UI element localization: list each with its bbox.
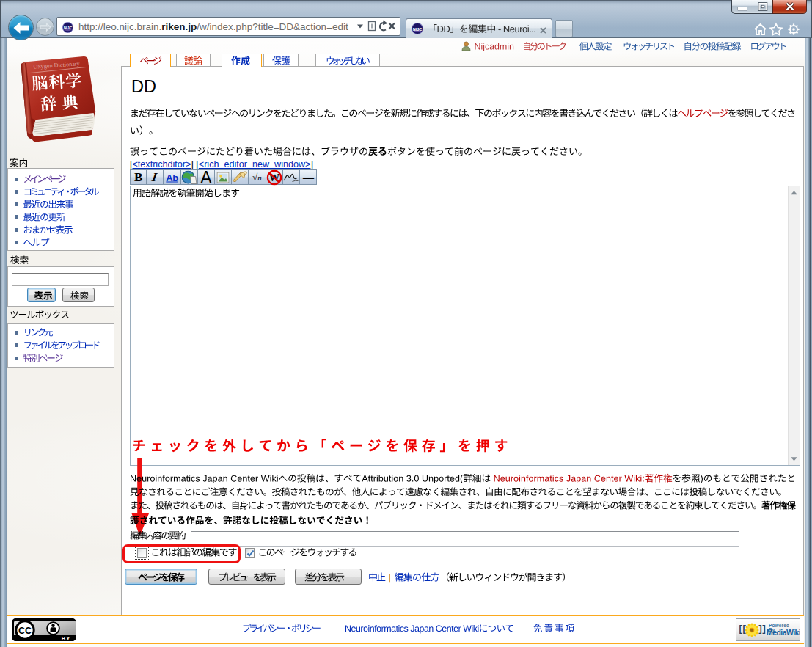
svg-text:CC: CC xyxy=(18,626,32,636)
svg-text:NIJC: NIJC xyxy=(413,27,423,32)
svg-text:NIJC: NIJC xyxy=(64,26,73,30)
